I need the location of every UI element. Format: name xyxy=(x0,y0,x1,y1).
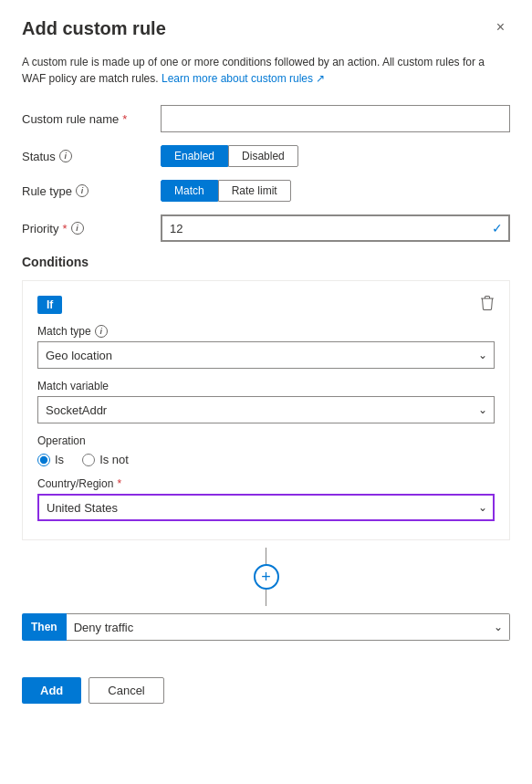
close-button[interactable]: × xyxy=(491,18,510,37)
then-badge: Then xyxy=(22,613,67,641)
country-region-field-label: Country/Region * xyxy=(37,477,495,490)
priority-required-star: * xyxy=(62,222,67,235)
footer-actions: Add Cancel xyxy=(22,663,510,704)
status-label: Status i xyxy=(22,150,150,163)
dialog-header: Add custom rule × xyxy=(22,18,510,39)
status-disabled-button[interactable]: Disabled xyxy=(228,145,298,167)
custom-rule-name-input[interactable] xyxy=(161,105,510,132)
status-info-icon: i xyxy=(59,150,72,162)
rule-type-label: Rule type i xyxy=(22,184,150,198)
match-variable-select-container: SocketAddr RemoteAddr ⌄ xyxy=(37,396,495,423)
match-type-wrap: Match type i Geo location IP address Req… xyxy=(37,325,495,369)
custom-rule-name-row: Custom rule name * xyxy=(22,105,510,132)
operation-is-label[interactable]: Is xyxy=(37,453,64,466)
custom-rule-name-control xyxy=(161,105,510,132)
add-button[interactable]: Add xyxy=(22,677,81,704)
priority-check-icon: ✓ xyxy=(492,221,503,235)
match-variable-wrap: Match variable SocketAddr RemoteAddr ⌄ xyxy=(37,380,495,423)
match-type-select[interactable]: Geo location IP address Request body Req… xyxy=(37,341,495,369)
rule-type-toggle-group: Match Rate limit xyxy=(161,180,510,202)
priority-label: Priority * i xyxy=(22,222,150,235)
priority-row: Priority * i ✓ xyxy=(22,214,510,242)
operation-row: Operation Is Is not xyxy=(37,434,495,466)
rule-type-match-button[interactable]: Match xyxy=(161,180,218,202)
condition-block: If Match type i Geo location IP address … xyxy=(22,280,510,540)
rule-type-rate-limit-button[interactable]: Rate limit xyxy=(218,180,291,202)
operation-isnot-radio[interactable] xyxy=(82,454,95,466)
required-star: * xyxy=(122,112,127,126)
operation-radio-group: Is Is not xyxy=(37,453,495,466)
conditions-section-title: Conditions xyxy=(22,255,510,269)
trash-icon xyxy=(480,296,495,310)
dialog-title: Add custom rule xyxy=(22,18,166,39)
connector-line-bottom xyxy=(266,590,266,606)
then-row: Then Deny traffic Allow traffic Log only… xyxy=(22,613,510,641)
plus-icon: + xyxy=(261,569,271,585)
delete-condition-button[interactable] xyxy=(480,296,495,314)
operation-isnot-label[interactable]: Is not xyxy=(82,453,129,466)
condition-header: If xyxy=(37,296,495,314)
country-region-select-container: United States China Russia Germany Franc… xyxy=(37,494,495,521)
country-required-star: * xyxy=(117,477,121,490)
cancel-button[interactable]: Cancel xyxy=(89,677,163,704)
learn-more-link[interactable]: Learn more about custom rules ↗ xyxy=(162,72,325,85)
connector-area: + xyxy=(22,540,510,613)
info-text: A custom rule is made up of one or more … xyxy=(22,54,510,87)
match-type-field-label: Match type i xyxy=(37,325,495,338)
rule-type-row: Rule type i Match Rate limit xyxy=(22,180,510,202)
add-condition-button[interactable]: + xyxy=(254,564,279,590)
rule-type-info-icon: i xyxy=(76,184,89,197)
custom-rule-name-label: Custom rule name * xyxy=(22,112,150,126)
country-region-wrap: Country/Region * United States China Rus… xyxy=(37,477,495,521)
match-variable-field-label: Match variable xyxy=(37,380,495,392)
status-enabled-button[interactable]: Enabled xyxy=(161,145,228,167)
operation-field-label: Operation xyxy=(37,434,495,447)
then-select[interactable]: Deny traffic Allow traffic Log only xyxy=(67,613,510,641)
add-custom-rule-dialog: Add custom rule × A custom rule is made … xyxy=(0,0,532,784)
priority-info-icon: i xyxy=(71,222,84,235)
match-variable-select[interactable]: SocketAddr RemoteAddr xyxy=(37,396,495,423)
then-select-wrap: Deny traffic Allow traffic Log only ⌄ xyxy=(67,613,510,641)
external-link-icon: ↗ xyxy=(316,72,325,85)
priority-input[interactable] xyxy=(161,214,510,242)
operation-isnot-text: Is not xyxy=(99,453,129,466)
match-type-info-icon: i xyxy=(95,325,108,338)
operation-is-radio[interactable] xyxy=(37,454,50,466)
priority-input-wrap: ✓ xyxy=(161,214,510,242)
country-region-select[interactable]: United States China Russia Germany Franc… xyxy=(37,494,495,521)
if-badge: If xyxy=(37,296,62,314)
status-toggle-group: Enabled Disabled xyxy=(161,145,510,167)
match-type-select-container: Geo location IP address Request body Req… xyxy=(37,341,495,369)
operation-is-text: Is xyxy=(55,453,64,466)
status-row: Status i Enabled Disabled xyxy=(22,145,510,167)
connector-line-top xyxy=(266,548,266,564)
